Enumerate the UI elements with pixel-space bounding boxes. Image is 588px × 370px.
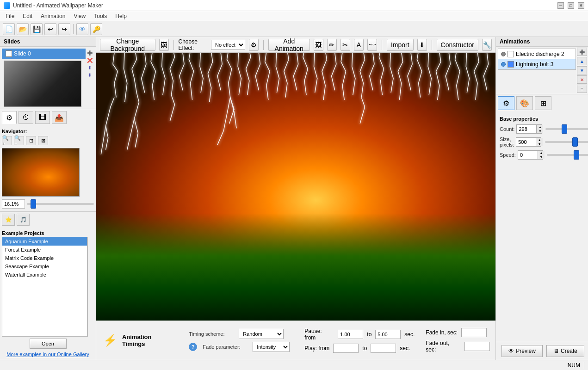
zoom-input[interactable] bbox=[2, 199, 25, 209]
key-button[interactable]: 🔑 bbox=[90, 23, 102, 35]
delete-anim-button[interactable]: ✕ bbox=[577, 75, 587, 84]
fade-in-input[interactable] bbox=[461, 328, 487, 337]
add-animation-button[interactable]: Add Animation bbox=[268, 39, 310, 51]
bottom-actions: 👁 Preview 🖥 Create bbox=[496, 342, 588, 360]
size-up[interactable]: ▲ bbox=[536, 138, 543, 142]
actual-size-button[interactable]: ⊠ bbox=[38, 136, 48, 145]
size-down[interactable]: ▼ bbox=[536, 142, 543, 146]
count-slider[interactable] bbox=[545, 128, 588, 130]
pause-sec: sec. bbox=[404, 331, 415, 338]
choose-effect-label: Choose Effect: bbox=[178, 38, 207, 51]
anim-timings-title: Animation Timings bbox=[122, 333, 176, 347]
view-tab-export[interactable]: 📤 bbox=[52, 111, 67, 124]
view-tab-timer[interactable]: ⏱ bbox=[19, 111, 33, 124]
add-anim-icon2[interactable]: ✏ bbox=[327, 39, 337, 51]
choose-effect-dropdown[interactable]: No effect bbox=[211, 40, 245, 50]
sep4 bbox=[432, 40, 432, 50]
fade-out-row: Fade out, sec: bbox=[426, 340, 490, 353]
speed-input-wrapper: ▲ ▼ bbox=[518, 150, 543, 160]
open-button[interactable]: 📂 bbox=[17, 23, 29, 35]
bottom-tab-music[interactable]: 🎵 bbox=[17, 214, 30, 226]
change-background-button[interactable]: Change Background bbox=[100, 39, 155, 51]
menu-file[interactable]: File bbox=[2, 12, 18, 20]
fade-param-dropdown[interactable]: Intensity Opacity Scale bbox=[253, 342, 290, 352]
example-scrollbar[interactable] bbox=[87, 237, 94, 337]
menu-edit[interactable]: Edit bbox=[19, 12, 36, 20]
constructor-button[interactable]: Constructor bbox=[437, 39, 478, 51]
example-forest[interactable]: Forest Example bbox=[2, 246, 87, 254]
save-button[interactable]: 💾 bbox=[31, 23, 43, 35]
zoom-slider[interactable] bbox=[27, 203, 94, 205]
props-tab-color[interactable]: 🎨 bbox=[516, 96, 533, 110]
import-button[interactable]: Import bbox=[387, 39, 414, 51]
bottom-tab-star[interactable]: ⭐ bbox=[2, 214, 15, 226]
menu-view[interactable]: View bbox=[70, 12, 89, 20]
fade-in-row: Fade in, sec: bbox=[426, 328, 490, 337]
gallery-link[interactable]: More examples in our Online Gallery bbox=[2, 351, 94, 358]
redo-button[interactable]: ↪ bbox=[58, 23, 70, 35]
add-anim-button[interactable]: ➕ bbox=[577, 48, 587, 56]
zoom-in-button[interactable]: 🔍+ bbox=[2, 136, 12, 145]
size-slider[interactable] bbox=[545, 141, 588, 143]
play-from-input[interactable] bbox=[333, 344, 359, 353]
add-anim-icon1[interactable]: 🖼 bbox=[314, 39, 323, 51]
create-icon: 🖥 bbox=[553, 348, 559, 354]
add-slide-button[interactable]: ➕ bbox=[87, 49, 93, 56]
add-anim-icon5[interactable]: 〰 bbox=[367, 39, 377, 51]
minimize-button[interactable]: ─ bbox=[557, 2, 564, 9]
navigator-controls: 🔍+ 🔍− ⊡ ⊠ bbox=[2, 135, 94, 146]
menu-tools[interactable]: Tools bbox=[90, 12, 111, 20]
speed-up[interactable]: ▲ bbox=[538, 151, 545, 155]
close-button[interactable]: ✕ bbox=[578, 2, 584, 9]
count-input[interactable] bbox=[518, 125, 536, 133]
fit-button[interactable]: ⊡ bbox=[26, 136, 36, 145]
undo-button[interactable]: ↩ bbox=[44, 23, 56, 35]
pause-from-input[interactable] bbox=[338, 330, 363, 339]
anim-item-electric[interactable]: Electric discharge 2 bbox=[498, 49, 576, 59]
timing-scheme-dropdown[interactable]: Random Sequential Simultaneous bbox=[239, 329, 284, 339]
delete-slide-button[interactable]: ❌ bbox=[87, 57, 93, 63]
slide-item[interactable]: Slide 0 bbox=[2, 49, 86, 59]
fade-param-help-icon[interactable]: ? bbox=[189, 343, 197, 351]
speed-slider[interactable] bbox=[547, 154, 588, 156]
add-anim-icon4[interactable]: A bbox=[354, 39, 364, 51]
pause-to-input[interactable] bbox=[375, 330, 401, 339]
import-icon[interactable]: ⬇ bbox=[417, 39, 427, 51]
speed-input[interactable] bbox=[519, 151, 538, 159]
move-anim-up-button[interactable]: ▲ bbox=[577, 57, 587, 65]
preview-action-button[interactable]: 👁 Preview bbox=[501, 345, 543, 357]
anim-options-button[interactable]: ≡ bbox=[577, 85, 587, 93]
count-up[interactable]: ▲ bbox=[537, 125, 543, 129]
new-button[interactable]: 📄 bbox=[3, 23, 15, 35]
example-waterfall[interactable]: Waterfall Example bbox=[2, 271, 87, 279]
add-anim-icon3[interactable]: ✂ bbox=[340, 39, 350, 51]
count-down[interactable]: ▼ bbox=[537, 129, 543, 133]
change-bg-icon[interactable]: 🖼 bbox=[159, 39, 169, 51]
fade-param-label: Fade parameter: bbox=[203, 344, 249, 350]
view-tab-slideshow[interactable]: 🎞 bbox=[35, 111, 50, 124]
move-slide-up-button[interactable]: ⬆ bbox=[87, 64, 93, 71]
move-anim-down-button[interactable]: ▼ bbox=[577, 66, 587, 74]
speed-down[interactable]: ▼ bbox=[538, 155, 545, 159]
anim-item-lightning[interactable]: Lightning bolt 3 bbox=[498, 59, 576, 69]
play-to-input[interactable] bbox=[371, 344, 396, 353]
menu-animation[interactable]: Animation bbox=[37, 12, 69, 20]
size-input[interactable] bbox=[517, 138, 536, 146]
example-aquarium[interactable]: Aquarium Example bbox=[2, 237, 87, 246]
move-slide-down-button[interactable]: ⬇ bbox=[87, 72, 93, 78]
maximize-button[interactable]: □ bbox=[568, 2, 574, 9]
example-matrix[interactable]: Matrix Code Example bbox=[2, 254, 87, 262]
preview-button[interactable]: 👁 bbox=[76, 23, 88, 35]
props-tab-base[interactable]: ⚙ bbox=[498, 96, 514, 110]
view-tab-animation[interactable]: ⚙ bbox=[2, 111, 17, 124]
example-seascape[interactable]: Seascape Example bbox=[2, 262, 87, 271]
zoom-out-button[interactable]: 🔍− bbox=[14, 136, 24, 145]
create-action-button[interactable]: 🖥 Create bbox=[546, 345, 584, 357]
effect-settings-button[interactable]: ⚙ bbox=[249, 39, 259, 51]
constructor-icon[interactable]: 🔧 bbox=[482, 39, 492, 51]
fade-out-input[interactable] bbox=[464, 342, 490, 351]
anim-name-lightning: Lightning bolt 3 bbox=[516, 61, 553, 68]
menu-help[interactable]: Help bbox=[111, 12, 130, 20]
open-button[interactable]: Open bbox=[30, 339, 67, 349]
props-tab-transform[interactable]: ⊞ bbox=[535, 96, 551, 110]
